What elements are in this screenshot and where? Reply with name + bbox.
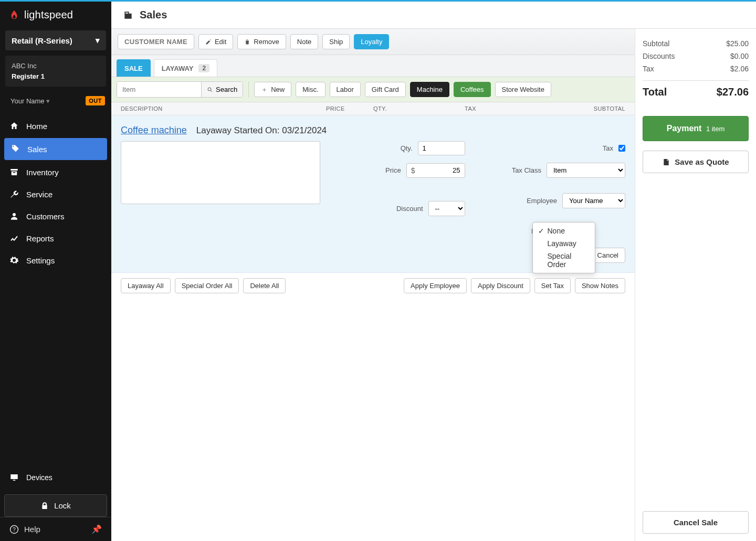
qty-input[interactable] xyxy=(418,141,465,155)
payment-button[interactable]: Payment 1 item xyxy=(643,116,749,141)
lock-button[interactable]: Lock xyxy=(4,494,107,517)
coffees-button[interactable]: Coffees xyxy=(454,82,491,97)
register-block[interactable]: ABC Inc Register 1 xyxy=(5,56,106,87)
price-input[interactable] xyxy=(417,164,465,177)
nav-customers[interactable]: Customers xyxy=(0,205,111,227)
nav-inventory[interactable]: Inventory xyxy=(0,161,111,183)
nav-label: Home xyxy=(26,122,47,131)
tax-class-select[interactable]: Item xyxy=(547,163,625,178)
nav-label: Service xyxy=(26,190,52,199)
apply-employee-button[interactable]: Apply Employee xyxy=(404,278,467,293)
layaway-all-button[interactable]: Layaway All xyxy=(121,278,171,293)
sidebar: lightspeed Retail (R-Series) ▾ ABC Inc R… xyxy=(0,2,111,541)
nav-service[interactable]: Service xyxy=(0,183,111,205)
bottom-bar: Layaway All Special Order All Delete All… xyxy=(111,273,635,299)
tab-sale[interactable]: SALE xyxy=(117,59,151,77)
tax-summary-value: $2.06 xyxy=(730,65,749,73)
item-name-link[interactable]: Coffee machine xyxy=(121,125,187,136)
pin-icon[interactable]: 📌 xyxy=(91,524,102,534)
currency-symbol: $ xyxy=(407,164,417,177)
nav-settings[interactable]: Settings xyxy=(0,249,111,271)
discount-select[interactable]: -- xyxy=(428,201,465,216)
move-to-row: Move To None Layaway Special Order xyxy=(497,224,626,238)
discount-label: Discount xyxy=(396,205,423,213)
tab-layaway[interactable]: LAYAWAY 2 xyxy=(154,59,217,77)
nav-devices[interactable]: Devices xyxy=(0,466,111,489)
qty-label: Qty. xyxy=(401,144,413,152)
out-badge[interactable]: OUT xyxy=(86,96,105,105)
col-qty: QTY. xyxy=(373,105,410,112)
company-name: ABC Inc xyxy=(12,61,100,71)
summary-panel: Subtotal$25.00 Discounts$0.00 Tax$2.06 T… xyxy=(635,29,756,541)
customer-name-button[interactable]: CUSTOMER NAME xyxy=(118,34,194,49)
quote-icon xyxy=(662,158,670,166)
discounts-label: Discounts xyxy=(643,52,675,60)
col-description: DESCRIPTION xyxy=(121,105,326,112)
gift-card-button[interactable]: Gift Card xyxy=(365,82,406,97)
employee-label: Employee xyxy=(527,197,557,205)
item-note-input[interactable] xyxy=(121,141,320,204)
remove-button[interactable]: Remove xyxy=(237,34,286,49)
nav-sales[interactable]: Sales xyxy=(4,138,107,160)
help-button[interactable]: ? Help xyxy=(9,525,40,534)
product-select[interactable]: Retail (R-Series) ▾ xyxy=(5,30,106,50)
archive-icon xyxy=(9,167,19,177)
ship-button[interactable]: Ship xyxy=(322,34,350,49)
toolbar: CUSTOMER NAME Edit Remove Note Ship Loya… xyxy=(111,29,635,55)
move-to-option-layaway[interactable]: Layaway xyxy=(533,237,595,250)
chevron-down-icon: ▾ xyxy=(96,36,100,45)
delete-all-button[interactable]: Delete All xyxy=(243,278,286,293)
show-notes-button[interactable]: Show Notes xyxy=(575,278,625,293)
save-quote-button[interactable]: Save as Quote xyxy=(643,151,749,173)
nav-label: Sales xyxy=(27,145,47,154)
employee-select[interactable]: Your Name xyxy=(562,193,625,208)
help-label: Help xyxy=(24,525,40,534)
move-to-option-special[interactable]: Special Order xyxy=(533,250,595,271)
nav-home[interactable]: Home xyxy=(0,115,111,137)
tax-row: Tax xyxy=(497,141,626,155)
loyalty-button[interactable]: Loyalty xyxy=(354,34,389,49)
nav-label: Reports xyxy=(26,234,54,243)
edit-button[interactable]: Edit xyxy=(198,34,233,49)
store-website-button[interactable]: Store Website xyxy=(495,82,551,97)
new-button[interactable]: ＋New xyxy=(254,82,291,97)
col-subtotal: SUBTOTAL xyxy=(531,105,625,112)
nav-reports[interactable]: Reports xyxy=(0,227,111,249)
page-title: Sales xyxy=(140,9,167,21)
tax-label: Tax xyxy=(603,144,613,152)
svg-point-0 xyxy=(13,213,16,216)
main: Sales CUSTOMER NAME Edit Remove Note Shi… xyxy=(111,2,756,541)
lock-icon xyxy=(40,502,49,510)
move-to-option-none[interactable]: None xyxy=(533,225,612,237)
cancel-line-button[interactable]: Cancel xyxy=(591,248,625,263)
tax-class-label: Tax Class xyxy=(512,166,541,174)
col-tax: TAX xyxy=(410,105,531,112)
machine-button[interactable]: Machine xyxy=(410,82,449,97)
tax-checkbox[interactable] xyxy=(618,145,625,152)
misc-button[interactable]: Misc. xyxy=(296,82,325,97)
register-name: Register 1 xyxy=(12,71,100,82)
search-row: Search ＋New Misc. Labor Gift Card Machin… xyxy=(111,77,635,102)
logo: lightspeed xyxy=(0,2,111,30)
flame-icon xyxy=(8,9,20,21)
tax-summary-label: Tax xyxy=(643,65,654,73)
employee-row: Employee Your Name xyxy=(497,185,626,216)
item-search-input[interactable] xyxy=(117,82,201,97)
apply-discount-button[interactable]: Apply Discount xyxy=(471,278,530,293)
nav-label: Customers xyxy=(26,212,65,221)
labor-button[interactable]: Labor xyxy=(330,82,361,97)
note-button[interactable]: Note xyxy=(290,34,318,49)
special-order-all-button[interactable]: Special Order All xyxy=(175,278,239,293)
sale-tabs: SALE LAYAWAY 2 xyxy=(111,55,635,77)
set-tax-button[interactable]: Set Tax xyxy=(534,278,571,293)
plus-icon: ＋ xyxy=(261,86,268,93)
remove-label: Remove xyxy=(254,38,279,45)
cancel-sale-button[interactable]: Cancel Sale xyxy=(643,511,749,534)
chevron-down-icon: ▾ xyxy=(46,97,50,105)
search-button[interactable]: Search xyxy=(201,82,243,97)
subtotal-value: $25.00 xyxy=(726,39,749,48)
search-label: Search xyxy=(216,86,237,93)
discounts-value: $0.00 xyxy=(730,52,749,60)
lock-label: Lock xyxy=(54,501,71,510)
user-row[interactable]: Your Name ▾ OUT xyxy=(0,91,111,113)
